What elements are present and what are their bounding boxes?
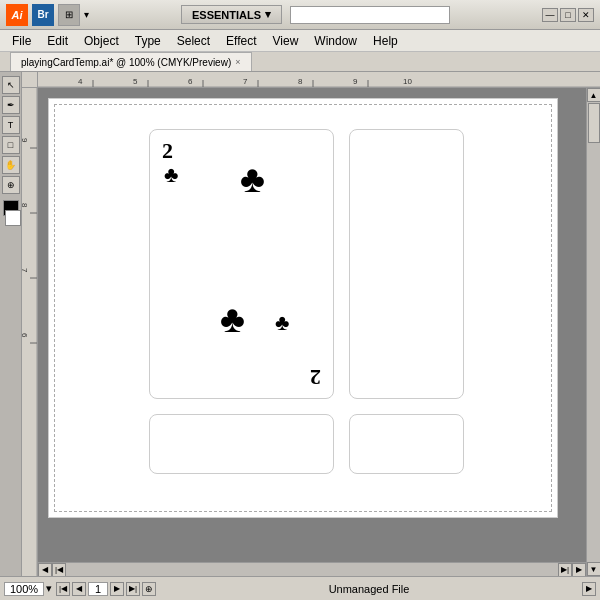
page-number[interactable]: 1 (88, 582, 108, 596)
menu-effect[interactable]: Effect (218, 32, 264, 50)
scroll-up-button[interactable]: ▲ (587, 88, 601, 102)
hand-tool[interactable]: ✋ (2, 156, 20, 174)
scroll-left-start-button[interactable]: |◀ (52, 563, 66, 577)
workspace-icon[interactable]: ⊞ (58, 4, 80, 26)
menu-edit[interactable]: Edit (39, 32, 76, 50)
svg-text:8: 8 (298, 77, 303, 86)
club-suit-top-left: ♣ (164, 162, 178, 188)
svg-text:6: 6 (188, 77, 193, 86)
title-bar-left: Ai Br ⊞ ▾ (6, 4, 89, 26)
search-box[interactable] (290, 6, 450, 24)
status-file-label: Unmanaged File (160, 583, 578, 595)
br-logo: Br (32, 4, 54, 26)
menu-type[interactable]: Type (127, 32, 169, 50)
title-bar: Ai Br ⊞ ▾ ESSENTIALS ▾ — □ ✕ (0, 0, 600, 30)
status-bar: 100% ▾ |◀ ◀ 1 ▶ ▶| ⊕ Unmanaged File ▶ (0, 576, 600, 600)
canvas-area: 4 5 6 7 8 9 10 9 8 (22, 72, 600, 576)
document-tab[interactable]: playingCardTemp.ai* @ 100% (CMYK/Preview… (10, 52, 252, 71)
scroll-left-button[interactable]: ◀ (38, 563, 52, 577)
essentials-dropdown-icon: ▾ (265, 8, 271, 21)
selection-tool[interactable]: ↖ (2, 76, 20, 94)
tab-label: playingCardTemp.ai* @ 100% (CMYK/Preview… (21, 57, 231, 68)
scroll-right-button[interactable]: ▶ (572, 563, 586, 577)
tab-bar: playingCardTemp.ai* @ 100% (CMYK/Preview… (0, 52, 600, 72)
scrollbar-bottom: ◀ |◀ ▶| ▶ (38, 562, 586, 576)
svg-text:6: 6 (22, 333, 29, 338)
status-arrow-button[interactable]: ▶ (582, 582, 596, 596)
scroll-track-vertical[interactable] (587, 102, 601, 562)
card-number-top: 2 (162, 138, 173, 164)
scroll-track-horizontal[interactable] (66, 563, 558, 577)
type-tool[interactable]: T (2, 116, 20, 134)
stroke-color[interactable] (5, 210, 21, 226)
scroll-thumb-vertical[interactable] (588, 103, 600, 143)
left-toolbar: ↖ ✒ T □ ✋ ⊕ (0, 72, 22, 576)
menu-window[interactable]: Window (306, 32, 365, 50)
shape-tool[interactable]: □ (2, 136, 20, 154)
svg-text:10: 10 (403, 77, 412, 86)
essentials-label: ESSENTIALS (192, 9, 261, 21)
prev-page-button[interactable]: ◀ (72, 582, 86, 596)
title-center: ESSENTIALS ▾ (89, 5, 542, 24)
scroll-right-end-button[interactable]: ▶| (558, 563, 572, 577)
svg-text:7: 7 (22, 268, 29, 273)
page-navigation: |◀ ◀ 1 ▶ ▶| ⊕ (56, 582, 156, 596)
svg-text:7: 7 (243, 77, 248, 86)
menu-view[interactable]: View (265, 32, 307, 50)
minimize-button[interactable]: — (542, 8, 558, 22)
menu-select[interactable]: Select (169, 32, 218, 50)
window-controls: — □ ✕ (542, 8, 594, 22)
club-suit-top-right: ♣ (240, 158, 265, 201)
svg-text:4: 4 (78, 77, 83, 86)
ruler-left: 9 8 7 6 (22, 88, 38, 576)
card-bottom-left (149, 414, 334, 474)
svg-text:9: 9 (22, 138, 29, 143)
card-right (349, 129, 464, 399)
club-suit-bottom-left: ♣ (220, 298, 245, 341)
menu-object[interactable]: Object (76, 32, 127, 50)
svg-text:8: 8 (22, 203, 29, 208)
essentials-button[interactable]: ESSENTIALS ▾ (181, 5, 282, 24)
close-button[interactable]: ✕ (578, 8, 594, 22)
main-area: ↖ ✒ T □ ✋ ⊕ 4 5 6 7 8 (0, 72, 600, 576)
zoom-dropdown-icon[interactable]: ▾ (46, 582, 52, 595)
card-number-bottom: 2 (310, 364, 321, 390)
menu-file[interactable]: File (4, 32, 39, 50)
next-page-button[interactable]: ▶ (110, 582, 124, 596)
zoom-value[interactable]: 100% (4, 582, 44, 596)
ruler-corner (22, 72, 38, 88)
zoom-control: 100% ▾ (4, 582, 52, 596)
scrollbar-right: ▲ ▼ (586, 88, 600, 576)
zoom-tool[interactable]: ⊕ (2, 176, 20, 194)
first-page-button[interactable]: |◀ (56, 582, 70, 596)
search-input[interactable] (291, 9, 449, 21)
scroll-down-button[interactable]: ▼ (587, 562, 601, 576)
canvas-content: 2 ♣ ♣ ♣ ♣ 2 (38, 88, 586, 576)
menu-bar: File Edit Object Type Select Effect View… (0, 30, 600, 52)
ruler-top: 4 5 6 7 8 9 10 (38, 72, 600, 88)
tab-close-button[interactable]: × (235, 57, 240, 67)
club-suit-bottom-right: ♣ (275, 310, 289, 336)
add-page-button[interactable]: ⊕ (142, 582, 156, 596)
card-main: 2 ♣ ♣ ♣ ♣ 2 (149, 129, 334, 399)
pen-tool[interactable]: ✒ (2, 96, 20, 114)
svg-text:9: 9 (353, 77, 358, 86)
menu-help[interactable]: Help (365, 32, 406, 50)
last-page-button[interactable]: ▶| (126, 582, 140, 596)
maximize-button[interactable]: □ (560, 8, 576, 22)
ai-logo: Ai (6, 4, 28, 26)
card-bottom-right (349, 414, 464, 474)
svg-text:5: 5 (133, 77, 138, 86)
artboard: 2 ♣ ♣ ♣ ♣ 2 (48, 98, 558, 518)
canvas-wrapper: 2 ♣ ♣ ♣ ♣ 2 (38, 88, 586, 576)
